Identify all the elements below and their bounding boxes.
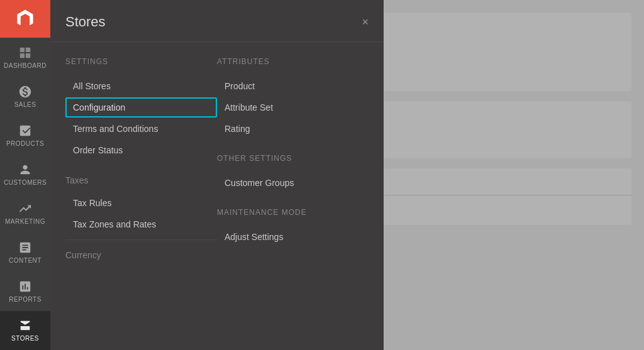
- sidebar-item-stores[interactable]: STORES: [0, 311, 50, 350]
- close-button[interactable]: ×: [362, 16, 369, 28]
- sidebar-item-label: PRODUCTS: [6, 140, 44, 147]
- sidebar-item-label: SALES: [14, 101, 36, 108]
- sidebar-item-content[interactable]: CONTENT: [0, 233, 50, 272]
- other-settings-gap: Other Settings Customer Groups: [217, 154, 369, 193]
- sidebar-item-customers[interactable]: CUSTOMERS: [0, 155, 50, 194]
- stores-panel-header: Stores ×: [50, 0, 384, 42]
- sidebar-item-label: REPORTS: [9, 296, 42, 303]
- sidebar-item-label: CONTENT: [9, 257, 42, 264]
- sidebar-item-products[interactable]: PRODUCTS: [0, 116, 50, 155]
- sidebar-item-sales[interactable]: SALES: [0, 77, 50, 116]
- main-content: Under STORES Select "Configuration" isab…: [50, 0, 644, 350]
- menu-tax-rules[interactable]: Tax Rules: [65, 193, 217, 213]
- menu-adjust-settings[interactable]: Adjust Settings: [217, 227, 369, 247]
- maintenance-gap: Maintenance Mode Adjust Settings: [217, 208, 369, 247]
- sidebar-item-reports[interactable]: REPORTS: [0, 272, 50, 311]
- menu-tax-zones[interactable]: Tax Zones and Rates: [65, 214, 217, 234]
- menu-configuration[interactable]: Configuration: [65, 97, 217, 118]
- logo: [0, 0, 50, 38]
- other-settings-title: Other Settings: [217, 154, 369, 163]
- stores-panel-title: Stores: [65, 14, 106, 30]
- menu-product[interactable]: Product: [217, 76, 369, 96]
- sidebar-item-label: STORES: [11, 335, 39, 342]
- menu-attribute-set[interactable]: Attribute Set: [217, 97, 369, 118]
- stores-panel: Stores × Settings All Stores Configurati…: [50, 0, 384, 350]
- panel-columns: Settings All Stores Configuration Terms …: [50, 42, 384, 273]
- attributes-section-title: Attributes: [217, 57, 369, 66]
- sidebar: DASHBOARD SALES PRODUCTS CUSTOMERS MARKE…: [0, 0, 50, 350]
- sidebar-item-marketing[interactable]: MARKETING: [0, 194, 50, 233]
- right-column: Attributes Product Attribute Set Rating …: [217, 55, 369, 260]
- sidebar-item-label: CUSTOMERS: [4, 179, 47, 186]
- left-column: Settings All Stores Configuration Terms …: [65, 55, 217, 260]
- sidebar-item-label: DASHBOARD: [4, 62, 47, 69]
- menu-terms[interactable]: Terms and Conditions: [65, 119, 217, 139]
- maintenance-title: Maintenance Mode: [217, 208, 369, 217]
- settings-section-title: Settings: [65, 57, 217, 66]
- menu-rating[interactable]: Rating: [217, 119, 369, 139]
- sidebar-item-dashboard[interactable]: DASHBOARD: [0, 38, 50, 77]
- currency-section-title: Currency: [65, 239, 217, 260]
- menu-all-stores[interactable]: All Stores: [65, 76, 217, 96]
- taxes-gap: Taxes Tax Rules Tax Zones and Rates: [65, 175, 217, 234]
- taxes-section-title: Taxes: [65, 175, 217, 185]
- menu-customer-groups[interactable]: Customer Groups: [217, 173, 369, 193]
- sidebar-item-label: MARKETING: [5, 218, 45, 225]
- menu-order-status[interactable]: Order Status: [65, 140, 217, 160]
